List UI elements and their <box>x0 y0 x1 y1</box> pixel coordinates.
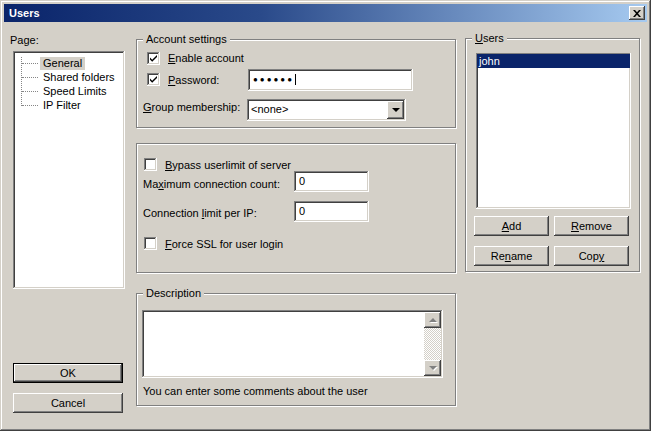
connection-limit-per-ip-value: 0 <box>299 205 305 217</box>
add-user-button[interactable]: Add <box>474 216 549 236</box>
max-connection-count-input[interactable]: 0 <box>294 171 369 192</box>
bypass-userlimit-checkbox[interactable] <box>144 158 157 171</box>
chevron-down-icon <box>392 108 400 112</box>
combo-dropdown-button[interactable] <box>387 101 404 119</box>
password-label[interactable]: Password: <box>168 74 219 87</box>
limits-group: Bypass userlimit of server Maximum conne… <box>136 143 456 273</box>
max-connection-count-value: 0 <box>299 175 305 187</box>
ok-button[interactable]: OK <box>13 363 123 383</box>
tree-item-ip-filter[interactable]: IP Filter <box>13 98 125 112</box>
description-caption: Description <box>143 287 204 300</box>
rename-user-button[interactable]: Rename <box>474 246 549 266</box>
checkmark-icon <box>149 74 158 86</box>
description-textarea[interactable] <box>142 310 443 378</box>
users-dialog: Users Page: General Shared folders Speed… <box>0 0 651 431</box>
users-caption: Users <box>472 32 507 45</box>
account-settings-caption: Account settings <box>143 33 230 46</box>
page-label: Page: <box>10 34 39 47</box>
password-checkbox[interactable] <box>147 73 160 86</box>
remove-user-button[interactable]: Remove <box>554 216 629 236</box>
connection-limit-per-ip-input[interactable]: 0 <box>294 201 369 222</box>
scroll-up-button[interactable] <box>424 312 441 328</box>
group-membership-label: Group membership: <box>143 101 240 114</box>
checkmark-icon <box>149 53 158 65</box>
list-item-john[interactable]: john <box>477 54 630 68</box>
window-title: Users <box>9 7 40 19</box>
connection-limit-per-ip-label: Connection limit per IP: <box>143 207 257 220</box>
tree-item-general[interactable]: General <box>13 56 125 70</box>
max-connection-count-label: Maximum connection count: <box>143 178 280 191</box>
title-bar[interactable]: Users <box>4 4 647 22</box>
force-ssl-label[interactable]: Force SSL for user login <box>165 238 283 251</box>
users-listbox[interactable]: john <box>476 53 631 209</box>
description-group: Description You can enter some comments … <box>136 293 456 406</box>
account-settings-group: Account settings Enable account Password… <box>136 39 456 128</box>
password-input[interactable]: ●●●●●● <box>248 69 413 91</box>
close-button[interactable] <box>629 6 645 20</box>
description-hint: You can enter some comments about the us… <box>143 385 368 398</box>
page-tree[interactable]: General Shared folders Speed Limits IP F… <box>13 51 125 289</box>
text-caret <box>295 74 296 85</box>
triangle-down-icon <box>429 366 437 370</box>
description-scrollbar[interactable] <box>424 312 441 376</box>
force-ssl-checkbox[interactable] <box>144 237 157 250</box>
cancel-button[interactable]: Cancel <box>13 393 123 413</box>
scroll-down-button[interactable] <box>424 360 441 376</box>
enable-account-label[interactable]: Enable account <box>168 52 244 65</box>
group-membership-select[interactable]: <none> <box>247 99 406 121</box>
bypass-userlimit-label[interactable]: Bypass userlimit of server <box>165 159 291 172</box>
group-membership-value: <none> <box>251 103 288 116</box>
users-group: Users john Add Remove Rename Copy <box>465 38 640 272</box>
tree-item-shared-folders[interactable]: Shared folders <box>13 70 125 84</box>
enable-account-checkbox[interactable] <box>147 52 160 65</box>
copy-user-button[interactable]: Copy <box>554 246 629 266</box>
password-value: ●●●●●● <box>253 75 294 84</box>
triangle-up-icon <box>429 318 437 322</box>
close-icon <box>633 4 641 22</box>
tree-item-speed-limits[interactable]: Speed Limits <box>13 84 125 98</box>
